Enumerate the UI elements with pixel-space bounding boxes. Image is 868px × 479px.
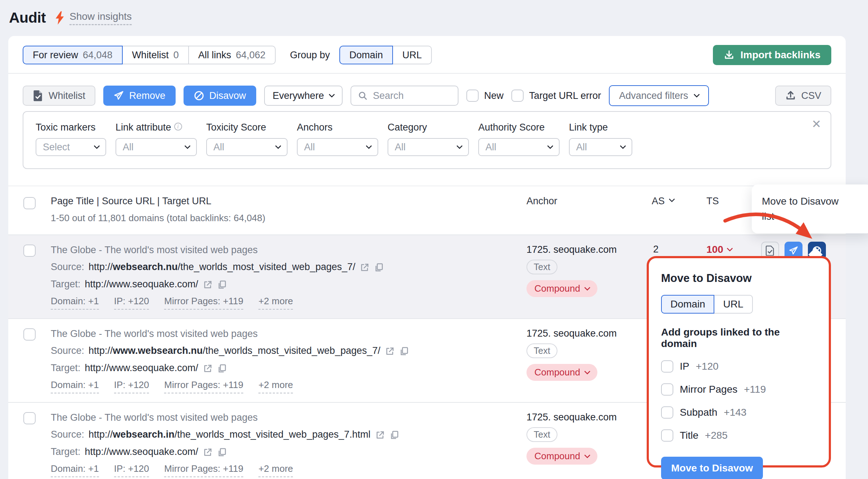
subpath-checkbox[interactable]: [661, 406, 673, 419]
external-link-icon[interactable]: [360, 263, 370, 273]
select-all-checkbox[interactable]: [23, 197, 36, 209]
row-checkbox[interactable]: [23, 328, 36, 341]
external-link-icon[interactable]: [385, 346, 395, 356]
export-csv-button[interactable]: CSV: [775, 86, 831, 106]
group-by-url[interactable]: URL: [393, 46, 432, 64]
row-source-url: Source: http://websearch.nu/the_worlds_m…: [51, 258, 526, 275]
group-link-ip[interactable]: IP: +120: [114, 463, 149, 477]
tab-all-links[interactable]: All links 64,062: [189, 46, 276, 64]
new-checkbox[interactable]: [466, 90, 479, 102]
import-backlinks-button[interactable]: Import backlinks: [713, 45, 831, 65]
link-attribute-select[interactable]: All: [116, 138, 197, 156]
external-link-icon[interactable]: [203, 364, 213, 374]
compound-badge[interactable]: Compound: [526, 364, 597, 381]
group-link-more[interactable]: +2 more: [258, 379, 293, 393]
group-link-domain[interactable]: Domain: +1: [51, 379, 99, 393]
copy-icon[interactable]: [217, 447, 227, 457]
group-link-ip[interactable]: IP: +120: [114, 379, 149, 393]
group-link-ip[interactable]: IP: +120: [114, 296, 149, 310]
row-group-links: Domain: +1 IP: +120 Mirror Pages: +119 +…: [51, 296, 526, 310]
copy-icon[interactable]: [217, 364, 227, 374]
group-link-mirror-pages[interactable]: Mirror Pages: +119: [164, 463, 243, 477]
whitelist-count: 0: [173, 50, 179, 61]
mirror-pages-checkbox[interactable]: [661, 383, 673, 396]
copy-icon[interactable]: [374, 263, 384, 273]
compound-badge[interactable]: Compound: [526, 448, 597, 465]
download-icon: [724, 50, 734, 60]
new-filter[interactable]: New: [466, 90, 503, 102]
authority-score-select[interactable]: All: [478, 138, 560, 156]
external-link-icon[interactable]: [375, 430, 385, 440]
filter-link-attribute: Link attribute i All: [116, 122, 197, 156]
filters-panel: Toxic markers Select Link attribute i Al…: [23, 111, 831, 169]
row-target-url: Target: http://www.seoquake.com/: [51, 275, 526, 293]
chevron-down-icon: [457, 143, 463, 149]
title-checkbox[interactable]: [661, 429, 673, 442]
popup-groups-title: Add groups linked to the domain: [661, 327, 817, 350]
chevron-down-icon: [620, 143, 626, 149]
remove-button[interactable]: Remove: [103, 86, 176, 106]
group-by-switch: Domain URL: [339, 46, 432, 64]
filter-toxic-markers: Toxic markers Select: [36, 122, 106, 156]
for-review-count: 64,048: [83, 50, 113, 61]
group-link-mirror-pages[interactable]: Mirror Pages: +119: [164, 379, 243, 393]
group-link-more[interactable]: +2 more: [258, 296, 293, 310]
toxicity-score-select[interactable]: All: [206, 138, 288, 156]
group-link-mirror-pages[interactable]: Mirror Pages: +119: [164, 296, 243, 310]
tab-for-review[interactable]: For review 64,048: [23, 46, 123, 64]
ip-checkbox[interactable]: [661, 360, 673, 373]
disavow-button[interactable]: Disavow: [184, 86, 256, 106]
group-by-domain[interactable]: Domain: [339, 46, 393, 64]
popup-tab-url[interactable]: URL: [714, 295, 752, 314]
show-insights-link[interactable]: Show insights: [69, 11, 132, 25]
close-icon[interactable]: ✕: [812, 118, 821, 130]
page-title: Audit: [9, 9, 46, 26]
popup-group-ip[interactable]: IP +120: [661, 360, 817, 373]
anchor-type-badge: Text: [526, 343, 557, 358]
popup-group-mirror-pages[interactable]: Mirror Pages +119: [661, 383, 817, 396]
row-checkbox[interactable]: [23, 412, 36, 424]
group-link-domain[interactable]: Domain: +1: [51, 296, 99, 310]
info-icon: i: [174, 123, 182, 131]
chevron-down-icon: [366, 143, 372, 149]
category-select[interactable]: All: [388, 138, 469, 156]
divider: [8, 73, 846, 74]
popup-group-subpath[interactable]: Subpath +143: [661, 406, 817, 419]
chevron-down-icon: [275, 143, 281, 149]
document-check-icon: [33, 90, 44, 101]
group-link-domain[interactable]: Domain: +1: [51, 463, 99, 477]
target-url-error-filter[interactable]: Target URL error: [511, 90, 601, 102]
ts-value-dropdown[interactable]: 100: [706, 244, 732, 255]
filter-toxicity-score: Toxicity Score All: [206, 122, 288, 156]
copy-icon[interactable]: [399, 346, 409, 356]
external-link-icon[interactable]: [203, 280, 213, 290]
toolbar: Whitelist Remove Disavow Everywhere: [8, 85, 846, 106]
group-link-more[interactable]: +2 more: [258, 463, 293, 477]
advanced-filters-button[interactable]: Advanced filters: [609, 85, 709, 106]
group-by-label: Group by: [290, 50, 330, 61]
external-link-icon[interactable]: [203, 447, 213, 457]
tab-whitelist[interactable]: Whitelist 0: [123, 46, 189, 64]
copy-icon[interactable]: [217, 280, 227, 290]
search-input[interactable]: [373, 90, 451, 101]
table-summary: 1-50 out of 11,801 domains (total backli…: [51, 213, 526, 224]
row-checkbox[interactable]: [23, 245, 36, 257]
popup-tab-domain[interactable]: Domain: [661, 295, 714, 314]
target-url-error-checkbox[interactable]: [511, 90, 524, 102]
toxic-markers-select[interactable]: Select: [36, 138, 106, 156]
chevron-down-icon: [584, 452, 591, 458]
whitelist-button[interactable]: Whitelist: [23, 86, 95, 106]
copy-icon[interactable]: [389, 430, 399, 440]
compound-badge[interactable]: Compound: [526, 280, 597, 297]
anchors-select[interactable]: All: [297, 138, 378, 156]
scope-select[interactable]: Everywhere: [264, 86, 343, 106]
link-type-select[interactable]: All: [569, 138, 632, 156]
popup-group-title[interactable]: Title +285: [661, 429, 817, 442]
chevron-down-icon: [547, 143, 553, 149]
move-to-disavow-button[interactable]: Move to Disavow: [661, 457, 763, 479]
column-header-as-sort[interactable]: AS: [645, 196, 699, 224]
chevron-down-icon: [669, 196, 675, 202]
search-icon: [358, 91, 368, 101]
row-page-title: The Globe - The world's most visited web…: [51, 242, 526, 258]
chevron-down-icon: [584, 368, 591, 374]
